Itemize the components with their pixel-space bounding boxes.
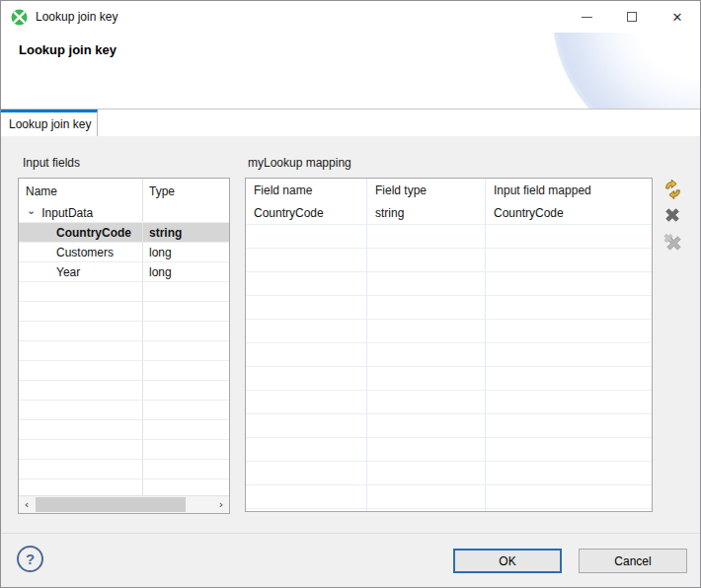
empty-row (19, 381, 229, 401)
tab-bar: Lookup join key (1, 110, 700, 136)
empty-row (246, 225, 652, 249)
empty-row (19, 479, 229, 495)
empty-row (19, 420, 229, 440)
empty-row (246, 391, 652, 414)
close-icon: ✕ (672, 10, 683, 25)
empty-row (19, 282, 229, 302)
input-fields-label: Input fields (23, 156, 80, 170)
scrollbar-thumb[interactable] (36, 497, 186, 512)
delete-all-x-icon (662, 232, 683, 253)
empty-row (246, 296, 652, 320)
tab-content: Input fields myLookup mapping Name Type … (1, 136, 700, 535)
clover-app-icon (11, 9, 28, 26)
empty-row (19, 322, 229, 341)
tree-root-label: InputData (41, 206, 93, 220)
header-decoration (552, 33, 700, 110)
empty-row (246, 414, 652, 438)
empty-row (19, 302, 229, 322)
mapping-header: Field name Field type Input field mapped (246, 179, 652, 201)
window-controls: ✕ (564, 1, 700, 33)
empty-row (19, 361, 229, 381)
input-fields-table: Name Type ⌄ InputData CountryCode string… (18, 178, 230, 514)
empty-row (246, 485, 652, 509)
mapping-row-countrycode[interactable]: CountryCode string CountryCode (246, 201, 652, 225)
delete-x-icon (663, 206, 681, 224)
table-row-year[interactable]: Year long (19, 262, 229, 282)
auto-map-button[interactable] (662, 178, 683, 199)
column-header-field-type[interactable]: Field type (367, 179, 486, 201)
close-button[interactable]: ✕ (655, 1, 700, 33)
empty-row (246, 438, 652, 462)
maximize-icon (627, 12, 637, 22)
column-header-name[interactable]: Name (19, 179, 143, 203)
empty-row (246, 272, 652, 296)
minimize-icon (582, 17, 592, 18)
tab-lookup-join-key[interactable]: Lookup join key (1, 110, 98, 136)
empty-row (19, 460, 229, 479)
input-fields-rows: Name Type ⌄ InputData CountryCode string… (19, 179, 229, 495)
horizontal-scrollbar[interactable]: ‹ › (19, 495, 229, 513)
scroll-left-icon[interactable]: ‹ (19, 497, 35, 513)
tree-expander-icon[interactable]: ⌄ (27, 205, 36, 216)
scroll-right-icon[interactable]: › (213, 497, 229, 513)
tab-label: Lookup join key (9, 117, 91, 131)
empty-row (246, 320, 652, 343)
column-header-input-field-mapped[interactable]: Input field mapped (486, 179, 652, 201)
minimize-button[interactable] (564, 1, 609, 33)
table-row-customers[interactable]: Customers long (19, 243, 229, 262)
empty-row (19, 401, 229, 420)
column-header-field-name[interactable]: Field name (246, 179, 367, 201)
lookup-join-key-dialog: Lookup join key ✕ Lookup join key Lookup… (0, 0, 701, 588)
tree-row-inputdata[interactable]: ⌄ InputData (19, 203, 229, 223)
ok-button[interactable]: OK (453, 549, 562, 573)
empty-row (246, 367, 652, 391)
input-fields-header: Name Type (19, 179, 229, 203)
dialog-title: Lookup join key (19, 42, 117, 57)
mapping-label: myLookup mapping (248, 156, 351, 170)
titlebar: Lookup join key ✕ (1, 1, 700, 33)
cancel-button[interactable]: Cancel (579, 549, 687, 573)
empty-row (246, 509, 652, 512)
help-button[interactable]: ? (17, 546, 43, 572)
auto-map-arrows-icon (662, 179, 683, 199)
column-header-type[interactable]: Type (143, 179, 229, 203)
empty-row (246, 249, 652, 272)
empty-row (246, 462, 652, 485)
delete-all-button[interactable] (662, 231, 683, 253)
button-bar: ? OK Cancel (1, 533, 700, 587)
delete-button[interactable] (662, 204, 683, 226)
help-icon: ? (26, 551, 35, 567)
mapping-actions (659, 178, 686, 253)
dialog-header: Lookup join key (1, 33, 700, 110)
table-row-countrycode[interactable]: CountryCode string (19, 223, 229, 243)
maximize-button[interactable] (609, 1, 655, 33)
empty-row (19, 440, 229, 460)
empty-row (19, 341, 229, 361)
mapping-table: Field name Field type Input field mapped… (245, 178, 653, 512)
window-title: Lookup join key (36, 10, 117, 24)
empty-row (246, 343, 652, 367)
